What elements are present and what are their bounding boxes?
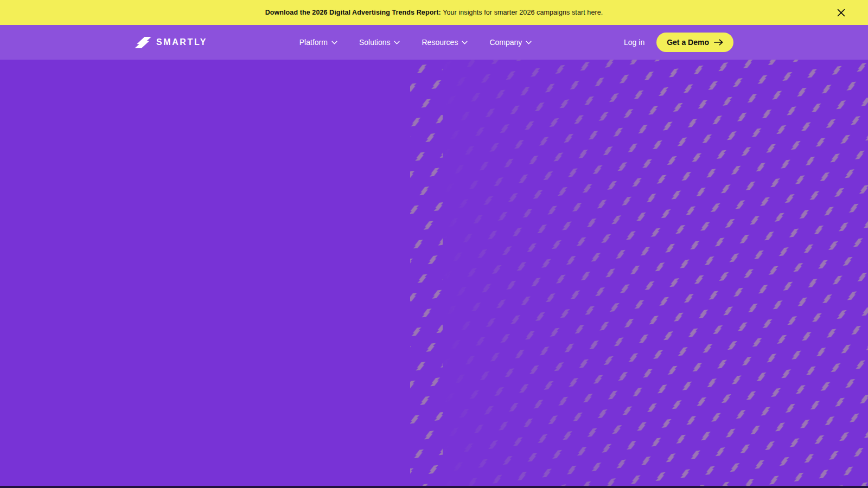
login-link[interactable]: Log in bbox=[624, 38, 644, 47]
nav-item-label: Solutions bbox=[359, 38, 391, 47]
close-icon bbox=[837, 9, 845, 17]
nav-item-label: Company bbox=[489, 38, 522, 47]
page: Download the 2026 Digital Advertising Tr… bbox=[0, 0, 868, 488]
next-section-edge bbox=[0, 486, 868, 488]
hero-bolt-pattern bbox=[443, 60, 868, 486]
banner-text-bold: Download the 2026 Digital Advertising Tr… bbox=[265, 9, 441, 16]
chevron-down-icon bbox=[394, 41, 400, 44]
logo-text: SMARTLY bbox=[156, 37, 207, 47]
chevron-down-icon bbox=[331, 41, 337, 44]
logo[interactable]: SMARTLY bbox=[135, 37, 207, 48]
banner-text: Download the 2026 Digital Advertising Tr… bbox=[265, 9, 603, 16]
nav-inner: SMARTLY Platform Solutions Resources bbox=[135, 33, 733, 52]
main-menu: Platform Solutions Resources bbox=[207, 38, 624, 47]
nav-item-label: Resources bbox=[422, 38, 458, 47]
nav-item-platform[interactable]: Platform bbox=[299, 38, 337, 47]
chevron-down-icon bbox=[462, 41, 468, 44]
banner-close-button[interactable] bbox=[834, 6, 847, 19]
get-demo-button[interactable]: Get a Demo bbox=[656, 33, 733, 52]
pattern-fade-overlay bbox=[443, 60, 868, 486]
banner-text-regular: Your insights for smarter 2026 campaigns… bbox=[441, 9, 603, 16]
nav-right-group: Log in Get a Demo bbox=[624, 33, 733, 52]
arrow-right-icon bbox=[714, 39, 723, 46]
announcement-banner: Download the 2026 Digital Advertising Tr… bbox=[0, 0, 868, 25]
hero-section bbox=[0, 60, 868, 486]
nav-item-solutions[interactable]: Solutions bbox=[359, 38, 400, 47]
get-demo-label: Get a Demo bbox=[667, 38, 709, 47]
nav-bar: SMARTLY Platform Solutions Resources bbox=[0, 25, 868, 60]
nav-item-resources[interactable]: Resources bbox=[422, 38, 468, 47]
chevron-down-icon bbox=[526, 41, 532, 44]
logo-bolt-flag-icon bbox=[135, 37, 151, 48]
nav-item-label: Platform bbox=[299, 38, 328, 47]
nav-item-company[interactable]: Company bbox=[489, 38, 532, 47]
